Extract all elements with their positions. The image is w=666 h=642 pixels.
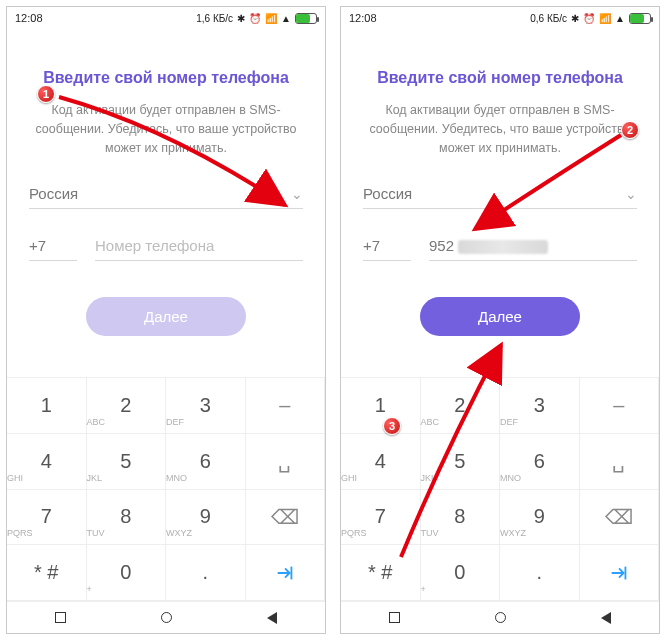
- key-[interactable]: ⌫: [580, 490, 660, 546]
- country-label: Россия: [363, 185, 412, 202]
- nav-recent-icon[interactable]: [389, 612, 400, 623]
- key-[interactable]: –: [246, 378, 326, 434]
- key-[interactable]: .: [166, 545, 246, 601]
- page-title: Введите свой номер телефона: [363, 69, 637, 87]
- status-time: 12:08: [15, 12, 43, 24]
- key-0[interactable]: 0+: [421, 545, 501, 601]
- key-[interactable]: * #: [7, 545, 87, 601]
- key-[interactable]: [580, 545, 660, 601]
- alarm-icon: ⏰: [249, 13, 261, 24]
- key-8[interactable]: 8TUV: [87, 490, 167, 546]
- country-code: +7: [29, 237, 77, 261]
- signal-icon: 📶: [265, 13, 277, 24]
- page-title: Введите свой номер телефона: [29, 69, 303, 87]
- key-9[interactable]: 9WXYZ: [166, 490, 246, 546]
- status-bar: 12:08 1,6 КБ/с ✱ ⏰ 📶 ▲: [7, 7, 325, 29]
- key-3[interactable]: 3DEF: [166, 378, 246, 434]
- status-right: 1,6 КБ/с ✱ ⏰ 📶 ▲: [196, 13, 317, 24]
- bluetooth-icon: ✱: [571, 13, 579, 24]
- annotation-badge-3: 3: [383, 417, 401, 435]
- key-8[interactable]: 8TUV: [421, 490, 501, 546]
- key-9[interactable]: 9WXYZ: [500, 490, 580, 546]
- phone-screen-2: 12:08 0,6 КБ/с ✱ ⏰ 📶 ▲ Введите свой номе…: [340, 6, 660, 634]
- nav-recent-icon[interactable]: [55, 612, 66, 623]
- key-[interactable]: ␣: [246, 434, 326, 490]
- phone-input[interactable]: Номер телефона: [95, 237, 303, 261]
- chevron-down-icon: ⌄: [291, 186, 303, 202]
- country-label: Россия: [29, 185, 78, 202]
- key-4[interactable]: 4GHI: [7, 434, 87, 490]
- status-time: 12:08: [349, 12, 377, 24]
- key-3[interactable]: 3DEF: [500, 378, 580, 434]
- key-[interactable]: ⌫: [246, 490, 326, 546]
- key-6[interactable]: 6MNO: [500, 434, 580, 490]
- key-[interactable]: –: [580, 378, 660, 434]
- status-right: 0,6 КБ/с ✱ ⏰ 📶 ▲: [530, 13, 651, 24]
- bluetooth-icon: ✱: [237, 13, 245, 24]
- status-bar: 12:08 0,6 КБ/с ✱ ⏰ 📶 ▲: [341, 7, 659, 29]
- wifi-icon: ▲: [281, 13, 291, 24]
- key-2[interactable]: 2ABC: [87, 378, 167, 434]
- nav-back-icon[interactable]: [267, 612, 277, 624]
- key-[interactable]: .: [500, 545, 580, 601]
- android-navbar: [7, 601, 325, 633]
- annotation-badge-2: 2: [621, 121, 639, 139]
- wifi-icon: ▲: [615, 13, 625, 24]
- content-area: Введите свой номер телефона Код активаци…: [341, 29, 659, 397]
- key-5[interactable]: 5JKL: [421, 434, 501, 490]
- continue-button[interactable]: Далее: [86, 297, 246, 336]
- nav-back-icon[interactable]: [601, 612, 611, 624]
- country-code: +7: [363, 237, 411, 261]
- battery-icon: [629, 13, 651, 24]
- content-area: Введите свой номер телефона Код активаци…: [7, 29, 325, 397]
- nav-home-icon[interactable]: [495, 612, 506, 623]
- key-[interactable]: ␣: [580, 434, 660, 490]
- phone-input[interactable]: 952: [429, 237, 637, 261]
- page-subtitle: Код активации будет отправлен в SMS-сооб…: [29, 101, 303, 157]
- status-net: 1,6 КБ/с: [196, 13, 233, 24]
- android-navbar: [341, 601, 659, 633]
- alarm-icon: ⏰: [583, 13, 595, 24]
- key-5[interactable]: 5JKL: [87, 434, 167, 490]
- country-selector[interactable]: Россия ⌄: [363, 185, 637, 209]
- phone-redacted-digits: [458, 240, 548, 254]
- battery-icon: [295, 13, 317, 24]
- key-7[interactable]: 7PQRS: [341, 490, 421, 546]
- key-7[interactable]: 7PQRS: [7, 490, 87, 546]
- key-1[interactable]: 1: [7, 378, 87, 434]
- chevron-down-icon: ⌄: [625, 186, 637, 202]
- signal-icon: 📶: [599, 13, 611, 24]
- key-[interactable]: [246, 545, 326, 601]
- status-net: 0,6 КБ/с: [530, 13, 567, 24]
- key-4[interactable]: 4GHI: [341, 434, 421, 490]
- key-[interactable]: * #: [341, 545, 421, 601]
- key-2[interactable]: 2ABC: [421, 378, 501, 434]
- key-0[interactable]: 0+: [87, 545, 167, 601]
- key-1[interactable]: 1: [341, 378, 421, 434]
- country-selector[interactable]: Россия ⌄: [29, 185, 303, 209]
- phone-screen-1: 12:08 1,6 КБ/с ✱ ⏰ 📶 ▲ Введите свой номе…: [6, 6, 326, 634]
- key-6[interactable]: 6MNO: [166, 434, 246, 490]
- numeric-keypad: 12ABC3DEF–4GHI5JKL6MNO␣7PQRS8TUV9WXYZ⌫* …: [341, 377, 659, 601]
- phone-entered-digits: 952: [429, 237, 454, 254]
- annotation-badge-1: 1: [37, 85, 55, 103]
- page-subtitle: Код активации будет отправлен в SMS-сооб…: [363, 101, 637, 157]
- nav-home-icon[interactable]: [161, 612, 172, 623]
- numeric-keypad: 12ABC3DEF–4GHI5JKL6MNO␣7PQRS8TUV9WXYZ⌫* …: [7, 377, 325, 601]
- continue-button[interactable]: Далее: [420, 297, 580, 336]
